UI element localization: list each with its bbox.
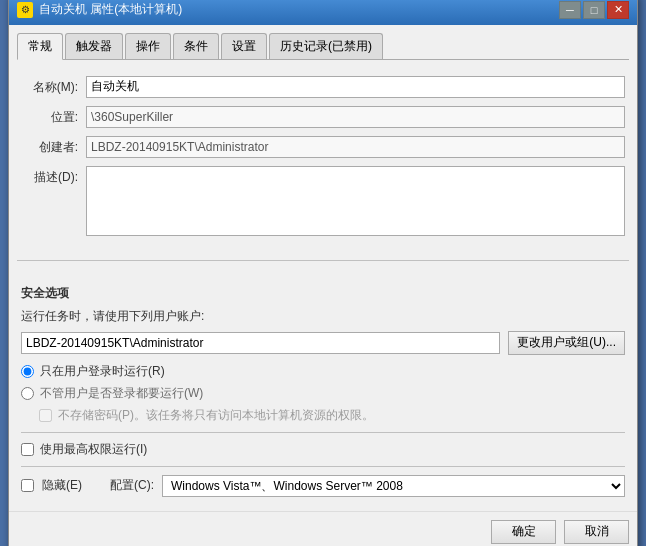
tab-general[interactable]: 常规 [17,33,63,60]
main-window: ⚙ 自动关机 属性(本地计算机) ─ □ ✕ 常规 触发器 操作 条件 设置 历… [8,0,638,546]
tab-condition[interactable]: 条件 [173,33,219,59]
author-input[interactable] [86,136,625,158]
title-buttons: ─ □ ✕ [559,1,629,19]
location-input[interactable] [86,106,625,128]
form-area: 名称(M): 位置: 创建者: 描述(D): [17,68,629,252]
window-icon: ⚙ [17,2,33,18]
tab-history[interactable]: 历史记录(已禁用) [269,33,383,59]
radio-always[interactable] [21,387,34,400]
no-password-label: 不存储密码(P)。该任务将只有访问本地计算机资源的权限。 [58,407,374,424]
author-row: 创建者: [21,136,625,158]
name-label: 名称(M): [21,76,86,96]
divider3 [21,466,625,467]
tab-trigger[interactable]: 触发器 [65,33,123,59]
title-bar: ⚙ 自动关机 属性(本地计算机) ─ □ ✕ [9,0,637,25]
hidden-checkbox[interactable] [21,479,34,492]
config-label: 配置(C): [110,477,154,494]
tab-action[interactable]: 操作 [125,33,171,59]
no-password-row: 不存储密码(P)。该任务将只有访问本地计算机资源的权限。 [39,407,625,424]
security-section: 安全选项 运行任务时，请使用下列用户账户: 更改用户或组(U)... 只在用户登… [17,269,629,503]
tab-settings[interactable]: 设置 [221,33,267,59]
divider2 [21,432,625,433]
divider [17,260,629,261]
description-input[interactable] [86,166,625,236]
tab-bar: 常规 触发器 操作 条件 设置 历史记录(已禁用) [17,33,629,60]
radio-always-label: 不管用户是否登录都要运行(W) [40,385,203,402]
user-input[interactable] [21,332,500,354]
name-row: 名称(M): [21,76,625,98]
author-label: 创建者: [21,136,86,156]
location-row: 位置: [21,106,625,128]
close-button[interactable]: ✕ [607,1,629,19]
description-label: 描述(D): [21,166,86,186]
no-password-checkbox[interactable] [39,409,52,422]
radio-always-row: 不管用户是否登录都要运行(W) [21,385,625,402]
minimize-button[interactable]: ─ [559,1,581,19]
highest-priv-label: 使用最高权限运行(I) [40,441,147,458]
description-row: 描述(D): [21,166,625,236]
user-row: 更改用户或组(U)... [21,331,625,355]
dialog-footer: 确定 取消 [9,511,637,547]
config-select[interactable]: Windows Vista™、Windows Server™ 2008Windo… [162,475,625,497]
run-as-label: 运行任务时，请使用下列用户账户: [21,308,625,325]
radio-logon[interactable] [21,365,34,378]
radio-logon-row: 只在用户登录时运行(R) [21,363,625,380]
bottom-row: 隐藏(E) 配置(C): Windows Vista™、Windows Serv… [21,475,625,497]
radio-logon-label: 只在用户登录时运行(R) [40,363,165,380]
highest-priv-row: 使用最高权限运行(I) [21,441,625,458]
maximize-button[interactable]: □ [583,1,605,19]
change-user-button[interactable]: 更改用户或组(U)... [508,331,625,355]
security-title: 安全选项 [21,285,625,302]
window-title: 自动关机 属性(本地计算机) [39,1,182,18]
title-bar-left: ⚙ 自动关机 属性(本地计算机) [17,1,182,18]
location-label: 位置: [21,106,86,126]
hidden-label: 隐藏(E) [42,477,82,494]
name-input[interactable] [86,76,625,98]
highest-priv-checkbox[interactable] [21,443,34,456]
dialog-content: 常规 触发器 操作 条件 设置 历史记录(已禁用) 名称(M): 位置: 创建者… [9,25,637,511]
cancel-button[interactable]: 取消 [564,520,629,544]
ok-button[interactable]: 确定 [491,520,556,544]
